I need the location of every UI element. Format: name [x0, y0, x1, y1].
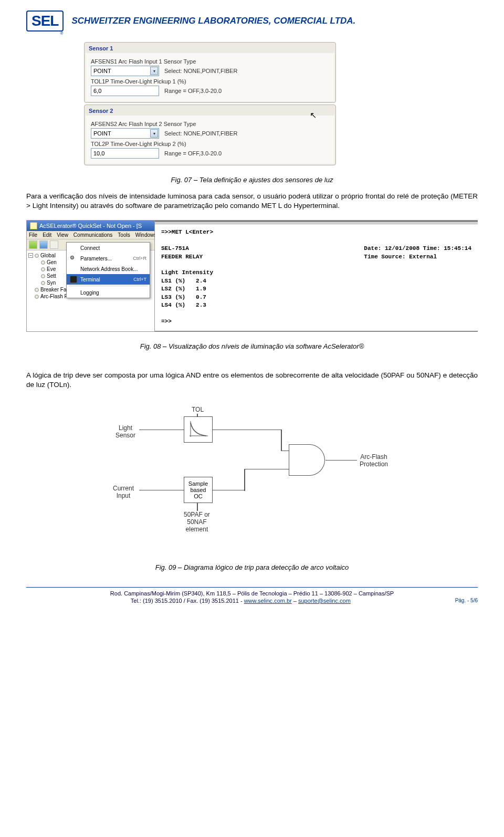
figure-08-caption: Fig. 08 – Visualização dos níveis de ilu… — [26, 342, 478, 350]
logo: SEL ® — [26, 11, 64, 32]
tree-bullet-icon — [41, 281, 45, 285]
quickset-terminal-screenshot: AcSELerator® QuickSet - Not Open - [S Fi… — [26, 220, 478, 332]
paragraph-2: A lógica de trip deve ser composta por u… — [26, 371, 478, 390]
chevron-down-icon[interactable]: ▾ — [150, 129, 158, 138]
menu-file[interactable]: File — [29, 232, 37, 238]
cursor-icon: ↖ — [310, 110, 317, 120]
menu-tools[interactable]: Tools — [118, 232, 130, 238]
tree-item[interactable]: Gen — [47, 259, 57, 265]
toolbar-button-icon[interactable] — [29, 240, 37, 249]
afsens2-dropdown[interactable]: POINT ▾ — [91, 128, 159, 139]
page-footer: Rod. Campinas/Mogi-Mirim (SP340), Km 118… — [26, 590, 478, 605]
sensor-2-title: Sensor 2 — [86, 106, 334, 116]
ctx-parameters[interactable]: ⚙Parameters...Ctrl+R — [67, 253, 150, 264]
sensor-settings-panel: Sensor 1 AFSENS1 Arc Flash Input 1 Senso… — [84, 42, 336, 165]
logo-text: SEL — [32, 13, 58, 29]
chevron-down-icon[interactable]: ▾ — [150, 67, 158, 75]
communications-context-menu: Connect ⚙Parameters...Ctrl+R Network Add… — [66, 242, 150, 298]
footer-address: Rod. Campinas/Mogi-Mirim (SP340), Km 118… — [26, 590, 478, 597]
menu-view[interactable]: View — [57, 232, 68, 238]
ctx-logging[interactable]: Logging — [67, 287, 150, 298]
afsens2-label: AFSENS2 Arc Flash Input 2 Sensor Type — [91, 121, 329, 127]
terminal-reading: LS3 (%) 0.7 — [161, 294, 471, 301]
light-sensor-label: Light Sensor — [116, 424, 135, 439]
terminal-reading: LS2 (%) 1.9 — [161, 285, 471, 293]
company-name: SCHWEITZER ENGINEERING LABORATORIES, COM… — [71, 16, 355, 26]
figure-09-caption: Fig. 09 – Diagrama lógico de trip para d… — [26, 563, 478, 571]
current-input-label: Current Input — [113, 485, 134, 499]
page-header: SEL ® SCHWEITZER ENGINEERING LABORATORIE… — [26, 11, 478, 32]
tree-bullet-icon — [35, 288, 39, 292]
terminal-device2: FEEDER RELAY — [161, 253, 364, 261]
tree-item[interactable]: Eve — [47, 266, 56, 272]
menu-windows[interactable]: Windows — [135, 232, 157, 238]
tol1p-input[interactable]: 6,0 — [91, 86, 159, 96]
tree-bullet-icon — [35, 254, 39, 258]
terminal-device: SEL-751A — [161, 245, 364, 253]
footer-link-email[interactable]: suporte@selinc.com — [298, 598, 351, 604]
paragraph-1: Para a verificação dos níveis de intensi… — [26, 192, 478, 211]
gear-icon: ⚙ — [70, 255, 77, 262]
tree-bullet-icon — [41, 260, 45, 265]
page-number: Pág. - 5/6 — [455, 597, 478, 604]
curve-icon — [188, 420, 209, 438]
and-gate-icon — [289, 444, 326, 476]
quickset-window: AcSELerator® QuickSet - Not Open - [S Fi… — [26, 220, 155, 332]
ctx-terminal[interactable]: TerminalCtrl+T — [67, 274, 150, 285]
tree-bullet-icon — [41, 267, 45, 271]
footer-link-website[interactable]: www.selinc.com.br — [244, 598, 292, 604]
registered-mark: ® — [60, 31, 64, 36]
book-icon — [70, 265, 77, 273]
tol2p-input[interactable]: 10,0 — [91, 148, 159, 159]
sensor-1-title: Sensor 1 — [86, 44, 334, 53]
app-icon — [30, 222, 37, 229]
menu-edit[interactable]: Edit — [43, 232, 51, 238]
log-icon — [70, 289, 77, 296]
sensor-1-group: Sensor 1 AFSENS1 Arc Flash Input 1 Senso… — [84, 42, 336, 103]
tol-label: TOL — [192, 406, 204, 413]
tol2p-hint: Range = OFF,3.0-20.0 — [164, 150, 222, 156]
sample-oc-box: Sample based OC — [184, 477, 213, 503]
tol1p-label: TOL1P Time-Over-Light Pickup 1 (%) — [91, 78, 329, 85]
tol1p-hint: Range = OFF,3.0-20.0 — [164, 88, 222, 94]
afsens2-value: POINT — [93, 130, 150, 137]
terminal-reading: LS1 (%) 2.4 — [161, 277, 471, 285]
menubar[interactable]: File Edit View Communications Tools Wind… — [27, 231, 154, 239]
afsens2-hint: Select: NONE,POINT,FIBER — [164, 130, 237, 137]
connect-icon — [70, 244, 77, 252]
terminal-icon — [70, 276, 77, 283]
tree-collapse-icon[interactable]: − — [28, 253, 33, 258]
ctx-connect[interactable]: Connect — [67, 243, 150, 253]
sensor-2-group: Sensor 2 AFSENS2 Arc Flash Input 2 Senso… — [84, 104, 336, 165]
element-label: 50PAF or 50NAF element — [184, 511, 210, 533]
tree-bullet-icon — [35, 295, 39, 299]
separator — [69, 286, 148, 286]
tol2p-label: TOL2P Time-Over-Light Pickup 2 (%) — [91, 141, 329, 147]
tree-bullet-icon — [41, 274, 45, 278]
trip-logic-diagram: TOL Light Sensor Current Input Sample ba… — [100, 406, 404, 553]
afsens1-label: AFSENS1 Arc Flash Input 1 Sensor Type — [91, 58, 329, 65]
terminal-date: Date: 12/01/2008 Time: 15:45:14 — [364, 245, 471, 253]
terminal-command: =>>MET L<Enter> — [161, 228, 471, 236]
toolbar-button-icon[interactable] — [39, 240, 48, 249]
ctx-network-address-book[interactable]: Network Address Book... — [67, 264, 150, 274]
terminal-output: =>>MET L<Enter> SEL-751A FEEDER RELAY Da… — [155, 220, 478, 332]
terminal-reading: LS4 (%) 2.3 — [161, 301, 471, 309]
tree-item[interactable]: Syn — [47, 280, 56, 286]
footer-separator — [26, 587, 478, 588]
terminal-prompt: =>> — [161, 318, 471, 326]
toolbar-button-icon[interactable] — [50, 240, 58, 249]
afsens1-value: POINT — [93, 68, 150, 74]
afsens1-hint: Select: NONE,POINT,FIBER — [164, 68, 237, 74]
window-title: AcSELerator® QuickSet - Not Open - [S — [39, 223, 142, 229]
tree-item[interactable]: Sett — [47, 273, 56, 279]
terminal-section: Light Intensity — [161, 269, 471, 277]
afsens1-dropdown[interactable]: POINT ▾ — [91, 66, 159, 76]
tree-global[interactable]: Global — [40, 253, 56, 258]
arc-flash-output-label: Arc-Flash Protection — [360, 453, 388, 468]
titlebar: AcSELerator® QuickSet - Not Open - [S — [27, 221, 154, 231]
footer-phone: Tel.: (19) 3515.2010 / Fax. (19) 3515.20… — [131, 598, 244, 604]
menu-communications[interactable]: Communications — [74, 232, 112, 238]
figure-07-caption: Fig. 07 – Tela definição e ajustes dos s… — [26, 176, 478, 184]
tol-box — [184, 416, 213, 443]
